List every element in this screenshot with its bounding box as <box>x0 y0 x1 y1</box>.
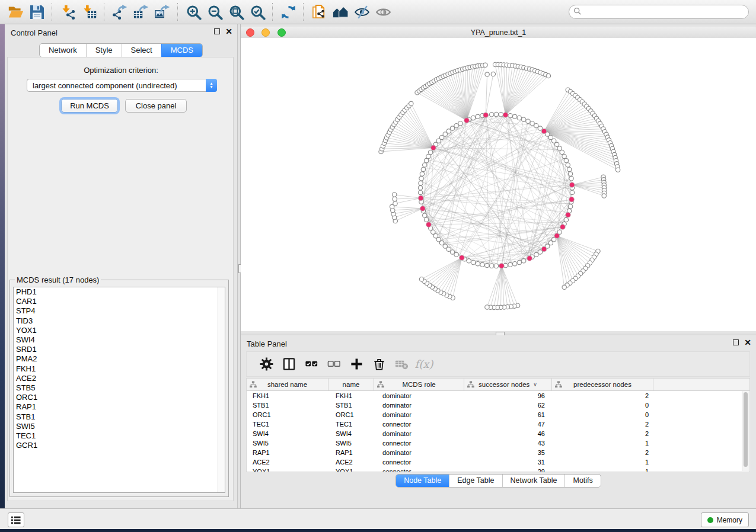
export-network-button[interactable] <box>109 2 130 22</box>
table-row[interactable]: YOX1YOX1connector291 <box>247 467 749 472</box>
graph-node[interactable] <box>508 113 512 117</box>
mcds-result-item[interactable]: SRD1 <box>14 345 225 354</box>
zoom-out-button[interactable] <box>204 2 225 22</box>
graph-node[interactable] <box>489 264 493 268</box>
table-row[interactable]: TEC1TEC1connector472 <box>247 419 749 429</box>
delete-button[interactable] <box>368 355 390 374</box>
refresh-button[interactable] <box>277 2 299 22</box>
graph-node[interactable] <box>419 181 423 185</box>
graph-node[interactable] <box>424 158 428 162</box>
table-row[interactable]: SWI4SWI4dominator462 <box>247 429 749 438</box>
automation-panel-button[interactable] <box>8 512 24 527</box>
graph-mcds-hub-node[interactable] <box>541 246 547 252</box>
deselect-all-button[interactable] <box>323 355 345 374</box>
column-header-name[interactable]: name <box>328 379 374 390</box>
graph-leaf-node[interactable] <box>562 285 566 289</box>
optimization-criterion-select[interactable]: largest connected component (undirected)… <box>27 79 217 92</box>
graph-node[interactable] <box>421 167 425 171</box>
graph-node[interactable] <box>454 252 458 257</box>
graph-node[interactable] <box>433 233 438 238</box>
export-table-button[interactable] <box>130 2 152 22</box>
graph-node[interactable] <box>554 142 559 146</box>
mcds-result-item[interactable]: RAP1 <box>14 402 225 412</box>
graph-node[interactable] <box>569 177 573 181</box>
graph-mcds-hub-node[interactable] <box>418 196 423 201</box>
graph-node[interactable] <box>552 139 556 143</box>
graph-node[interactable] <box>436 238 441 242</box>
table-row[interactable]: SWI5SWI5connector431 <box>247 438 749 448</box>
graph-mcds-hub-node[interactable] <box>527 256 532 261</box>
table-row[interactable]: STB1STB1dominator620 <box>247 400 749 410</box>
graph-node[interactable] <box>458 121 462 126</box>
mcds-result-item[interactable]: TID3 <box>14 316 225 326</box>
graph-mcds-hub-node[interactable] <box>483 113 489 118</box>
graph-node[interactable] <box>418 185 422 190</box>
graph-node[interactable] <box>454 123 458 127</box>
column-header-MCDS-role[interactable]: MCDS role <box>374 379 464 390</box>
column-header-predecessor-nodes[interactable]: predecessor nodes <box>552 379 653 390</box>
mcds-list-scrollbar[interactable] <box>218 287 225 492</box>
graph-node[interactable] <box>534 252 538 257</box>
graph-node[interactable] <box>530 121 534 126</box>
graph-node[interactable] <box>431 230 435 234</box>
graph-node[interactable] <box>485 263 489 267</box>
zoom-fit-button[interactable] <box>225 2 247 22</box>
graph-mcds-hub-node[interactable] <box>569 197 575 202</box>
graph-node[interactable] <box>467 259 471 263</box>
graph-leaf-node[interactable] <box>393 201 397 206</box>
graph-node[interactable] <box>568 204 572 209</box>
tab-node-table[interactable]: Node Table <box>396 475 449 487</box>
graph-node[interactable] <box>471 116 475 120</box>
graph-leaf-node[interactable] <box>419 277 423 281</box>
graph-node[interactable] <box>513 114 517 118</box>
close-panel-icon[interactable]: ✕ <box>225 28 232 34</box>
add-button[interactable] <box>345 355 368 374</box>
import-table-button[interactable] <box>78 2 100 22</box>
export-image-button[interactable] <box>152 2 173 22</box>
graph-leaf-node[interactable] <box>615 168 620 172</box>
mcds-result-item[interactable]: FKH1 <box>14 364 225 374</box>
graph-node[interactable] <box>480 262 484 267</box>
network-canvas[interactable] <box>241 38 756 331</box>
graph-mcds-hub-node[interactable] <box>566 212 571 217</box>
graph-node[interactable] <box>476 114 480 118</box>
zoom-selected-button[interactable] <box>247 2 268 22</box>
graph-node[interactable] <box>420 172 424 176</box>
table-row[interactable]: ORC1ORC1dominator610 <box>247 410 749 419</box>
table-scrollbar[interactable] <box>742 391 749 471</box>
graph-leaf-node[interactable] <box>393 197 397 201</box>
mcds-result-item[interactable]: CAR1 <box>14 297 225 306</box>
search-input[interactable] <box>569 5 749 19</box>
network-graph[interactable] <box>241 38 756 331</box>
graph-mcds-hub-node[interactable] <box>426 222 432 227</box>
import-network-button[interactable] <box>57 2 78 22</box>
graph-mcds-hub-node[interactable] <box>464 118 470 123</box>
mcds-result-item[interactable]: TEC1 <box>14 431 225 441</box>
tab-select[interactable]: Select <box>122 44 161 57</box>
graph-node[interactable] <box>566 163 570 167</box>
mcds-result-item[interactable]: ORC1 <box>14 393 225 402</box>
graph-node[interactable] <box>489 113 493 117</box>
mcds-result-item[interactable]: ACE2 <box>14 374 225 383</box>
float-window-icon[interactable] <box>214 28 220 34</box>
graph-leaf-node[interactable] <box>602 194 606 198</box>
table-row[interactable]: RAP1RAP1dominator352 <box>247 448 749 457</box>
column-header-successor-nodes[interactable]: successor nodes∨ <box>464 379 552 390</box>
graph-node[interactable] <box>517 260 521 264</box>
graph-node[interactable] <box>471 260 475 264</box>
graph-node[interactable] <box>419 177 423 181</box>
save-session-button[interactable] <box>26 2 47 22</box>
tab-edge-table[interactable]: Edge Table <box>449 475 502 487</box>
graph-leaf-node[interactable] <box>409 101 413 105</box>
graph-node[interactable] <box>517 116 521 120</box>
graph-mcds-hub-node[interactable] <box>420 206 426 211</box>
mcds-result-item[interactable]: PHD1 <box>14 287 225 297</box>
graph-leaf-node[interactable] <box>491 72 495 76</box>
float-window-icon[interactable] <box>733 339 739 345</box>
hide-selected-button[interactable] <box>351 2 372 22</box>
run-mcds-button[interactable]: Run MCDS <box>61 99 118 113</box>
graph-node[interactable] <box>570 190 574 194</box>
graph-leaf-node[interactable] <box>483 63 487 67</box>
close-panel-button[interactable]: Close panel <box>125 99 187 113</box>
graph-mcds-hub-node[interactable] <box>541 129 547 134</box>
